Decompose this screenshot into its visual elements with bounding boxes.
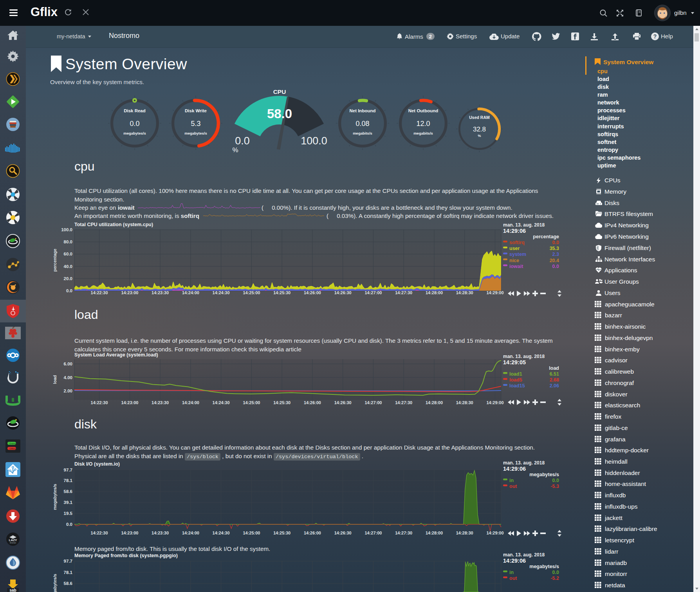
svg-text:megabytes/s: megabytes/s <box>529 472 559 477</box>
svg-text:nice: nice <box>509 258 519 263</box>
svg-text:Total CPU utilization (system.: Total CPU utilization (system.cpu) <box>74 222 153 227</box>
svg-text:97.7: 97.7 <box>64 559 72 563</box>
svg-text:14:25:00: 14:25:00 <box>243 290 260 295</box>
svg-text:14:25:30: 14:25:30 <box>273 531 290 535</box>
svg-text:man. 13. aug. 2018: man. 13. aug. 2018 <box>503 222 545 228</box>
svg-text:14:28:00: 14:28:00 <box>426 290 443 295</box>
svg-text:20.4: 20.4 <box>550 258 559 263</box>
svg-text:14:26:30: 14:26:30 <box>334 290 352 295</box>
svg-text:load: load <box>52 375 57 384</box>
svg-text:megabytes/s: megabytes/s <box>52 484 57 510</box>
svg-text:14:26:00: 14:26:00 <box>304 290 321 295</box>
svg-text:14:28:00: 14:28:00 <box>426 400 443 405</box>
svg-text:14:27:00: 14:27:00 <box>364 400 382 405</box>
svg-text:14:23:30: 14:23:30 <box>152 290 169 295</box>
svg-text:6.00: 6.00 <box>64 362 72 366</box>
svg-text:softirq: softirq <box>509 240 525 245</box>
svg-text:14:24:30: 14:24:30 <box>213 531 230 535</box>
svg-text:Disk Write: Disk Write <box>185 108 207 113</box>
svg-text:0.0: 0.0 <box>66 522 72 527</box>
svg-text:Memory Paged from/to disk (sys: Memory Paged from/to disk (system.pgpgio… <box>74 553 178 558</box>
svg-text:load: load <box>549 365 559 371</box>
svg-text:System Load Average (system.lo: System Load Average (system.load) <box>74 352 158 358</box>
svg-text:0.0: 0.0 <box>552 264 559 269</box>
svg-text:man. 13. aug. 2018: man. 13. aug. 2018 <box>503 461 545 466</box>
svg-text:14:24:00: 14:24:00 <box>182 531 199 535</box>
svg-text:39.1: 39.1 <box>64 500 73 505</box>
svg-text:2.68: 2.68 <box>550 377 559 383</box>
svg-text:2.00: 2.00 <box>64 389 72 393</box>
svg-text:14:24:00: 14:24:00 <box>182 400 199 405</box>
svg-text:0.0: 0.0 <box>552 478 559 483</box>
svg-text:0.0: 0.0 <box>235 135 250 147</box>
svg-text:Used RAM: Used RAM <box>469 115 490 119</box>
svg-text:percentage: percentage <box>533 234 559 239</box>
svg-text:0.0: 0.0 <box>552 240 559 245</box>
svg-text:load5: load5 <box>509 377 522 383</box>
svg-text:14:24:30: 14:24:30 <box>213 400 230 405</box>
svg-text:system: system <box>509 252 526 257</box>
svg-text:load1: load1 <box>509 371 522 377</box>
svg-text:14:27:30: 14:27:30 <box>395 531 412 535</box>
svg-text:%: % <box>232 146 238 154</box>
svg-text:14:26:30: 14:26:30 <box>334 400 352 405</box>
svg-text:0.0: 0.0 <box>552 570 559 575</box>
svg-text:Net Inbound: Net Inbound <box>349 108 375 113</box>
svg-text:60.0: 60.0 <box>64 252 72 256</box>
svg-text:14:28:30: 14:28:30 <box>456 290 473 295</box>
svg-text:megabytes/s: megabytes/s <box>184 131 207 135</box>
svg-text:14:29:05: 14:29:05 <box>503 359 526 365</box>
svg-text:14:23:00: 14:23:00 <box>121 531 138 535</box>
svg-text:user: user <box>509 246 520 251</box>
svg-text:megabits/s: megabits/s <box>413 131 433 135</box>
svg-text:35.3: 35.3 <box>550 246 559 251</box>
svg-text:2.3: 2.3 <box>552 252 559 257</box>
svg-text:sab: sab <box>9 588 16 592</box>
svg-text:40.0: 40.0 <box>64 264 72 269</box>
svg-text:man. 13. aug. 2018: man. 13. aug. 2018 <box>503 354 545 359</box>
svg-text:librarian: librarian <box>10 542 16 544</box>
svg-text:0.0: 0.0 <box>66 288 72 293</box>
svg-text:14:29:00: 14:29:00 <box>486 400 503 405</box>
svg-text:6.51: 6.51 <box>550 371 559 377</box>
svg-text:19.5: 19.5 <box>64 511 73 516</box>
svg-text:-5.3: -5.3 <box>550 484 559 489</box>
svg-text:14:26:30: 14:26:30 <box>334 531 352 535</box>
svg-text:97.7: 97.7 <box>64 468 72 472</box>
svg-text:14:29:06: 14:29:06 <box>503 558 526 564</box>
svg-text:%: % <box>478 134 481 138</box>
svg-text:4.00: 4.00 <box>64 375 72 380</box>
svg-text:LAZY: LAZY <box>9 538 18 542</box>
svg-text:14:22:30: 14:22:30 <box>91 531 108 535</box>
svg-text:14:25:00: 14:25:00 <box>243 400 260 405</box>
svg-text:-5.2: -5.2 <box>550 576 559 581</box>
svg-text:out: out <box>509 576 517 581</box>
svg-text:14:25:30: 14:25:30 <box>273 400 290 405</box>
svg-text:Online: Online <box>9 443 16 445</box>
svg-text:14:28:30: 14:28:30 <box>456 400 473 405</box>
svg-text:58.6: 58.6 <box>64 489 72 494</box>
svg-text:20.0: 20.0 <box>64 276 72 281</box>
svg-text:14:27:30: 14:27:30 <box>395 400 412 405</box>
svg-text:14:25:30: 14:25:30 <box>273 290 290 295</box>
svg-text:14:24:00: 14:24:00 <box>182 290 199 295</box>
svg-text:14:24:30: 14:24:30 <box>213 290 230 295</box>
svg-text:14:28:00: 14:28:00 <box>426 531 443 535</box>
svg-text:2.06: 2.06 <box>550 383 559 389</box>
svg-text:out: out <box>509 484 517 489</box>
svg-text:14:23:00: 14:23:00 <box>121 290 138 295</box>
svg-text:man. 13. aug. 2018: man. 13. aug. 2018 <box>503 552 545 558</box>
svg-text:58.6: 58.6 <box>64 581 72 586</box>
svg-text:in: in <box>509 478 514 483</box>
svg-text:14:28:30: 14:28:30 <box>456 531 473 535</box>
svg-text:14:27:00: 14:27:00 <box>364 531 382 535</box>
svg-text:32.8: 32.8 <box>473 126 485 133</box>
svg-text:?: ? <box>653 33 657 40</box>
svg-text:14:23:00: 14:23:00 <box>121 400 138 405</box>
svg-text:CPU: CPU <box>273 88 286 95</box>
svg-text:78.1: 78.1 <box>64 478 73 483</box>
svg-text:14:29:06: 14:29:06 <box>503 228 526 234</box>
svg-text:load15: load15 <box>509 383 525 389</box>
svg-text:Offline: Offline <box>9 448 16 450</box>
svg-text:58.0: 58.0 <box>267 106 292 121</box>
